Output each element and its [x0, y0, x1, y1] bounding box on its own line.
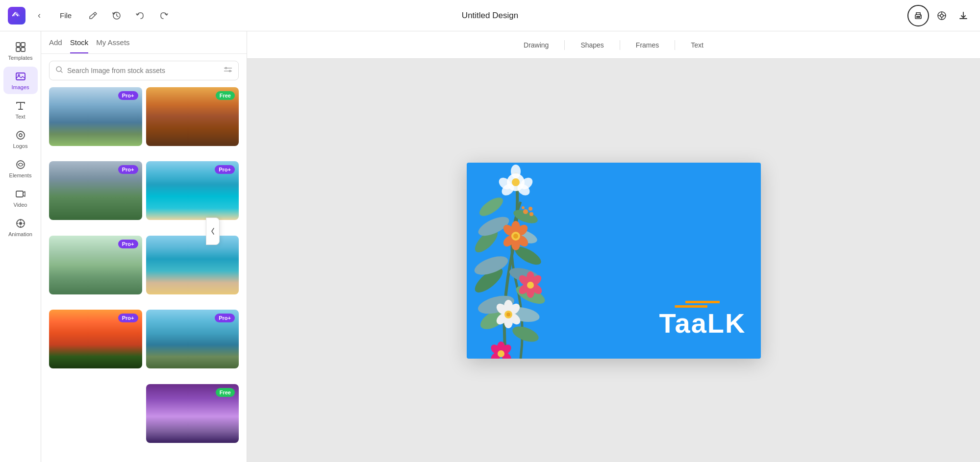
topbar-right-actions: [907, 5, 972, 26]
svg-point-92: [522, 206, 525, 209]
image-card-1[interactable]: Pro+: [49, 87, 142, 146]
sidebar-item-images[interactable]: Images: [3, 67, 38, 94]
eraser-tool-button[interactable]: [84, 7, 102, 24]
topbar: ‹ File Untitled Design: [0, 0, 980, 31]
tool-text[interactable]: Text: [687, 39, 707, 51]
panel-collapse-button[interactable]: [206, 218, 220, 245]
svg-rect-13: [21, 48, 25, 51]
file-menu-button[interactable]: File: [53, 8, 78, 23]
svg-point-49: [512, 178, 520, 186]
tab-add[interactable]: Add: [49, 38, 62, 53]
svg-point-30: [510, 323, 541, 345]
image-card-8[interactable]: Pro+: [146, 310, 239, 368]
svg-point-57: [513, 234, 518, 239]
filter-icon[interactable]: [224, 65, 232, 76]
sidebar-label-animation: Animation: [8, 231, 32, 237]
image-card-7[interactable]: Pro+: [49, 310, 142, 368]
tab-stock[interactable]: Stock: [70, 38, 89, 53]
svg-point-44: [511, 165, 521, 178]
logo: [8, 7, 25, 24]
svg-point-72: [506, 313, 510, 316]
brand-text-area: TaaLK: [659, 301, 746, 339]
divider-2: [620, 40, 620, 50]
svg-point-16: [17, 131, 25, 139]
search-input[interactable]: [67, 67, 220, 74]
canvas-area: Drawing Shapes Frames Text: [247, 31, 980, 462]
history-button[interactable]: [108, 7, 126, 24]
redo-button[interactable]: [155, 7, 173, 24]
svg-rect-11: [21, 43, 25, 47]
floral-illustration: [467, 163, 599, 359]
panel-tabs: Add Stock My Assets: [41, 31, 247, 54]
document-title: Untitled Design: [462, 11, 518, 21]
svg-point-17: [19, 134, 22, 137]
share-button[interactable]: [933, 7, 951, 24]
panel-search-area: [41, 54, 247, 87]
back-button[interactable]: ‹: [31, 8, 47, 24]
svg-point-35: [477, 194, 506, 219]
sidebar-label-text: Text: [15, 114, 25, 120]
tool-drawing[interactable]: Drawing: [520, 39, 553, 51]
badge-pro-4: Pro+: [215, 165, 235, 174]
image-grid: Pro+ Free Pro+ Pro+ Pro+ Pro+ Pro+: [41, 87, 247, 462]
canvas-toolbar: Drawing Shapes Frames Text: [247, 31, 980, 59]
svg-rect-12: [16, 48, 20, 51]
svg-point-91: [529, 212, 533, 216]
sidebar-item-elements[interactable]: Elements: [3, 155, 38, 182]
print-button[interactable]: [907, 5, 929, 26]
canvas-content: TaaLK: [247, 59, 980, 462]
tool-frames[interactable]: Frames: [632, 39, 663, 51]
undo-button[interactable]: [131, 7, 149, 24]
svg-point-5: [940, 14, 943, 17]
svg-point-89: [523, 209, 528, 214]
brand-underline: [685, 301, 720, 303]
image-card-6[interactable]: [146, 236, 239, 294]
main-layout: Templates Images Text Logos: [0, 31, 980, 462]
design-canvas[interactable]: TaaLK: [467, 163, 761, 359]
divider-3: [675, 40, 675, 50]
download-button[interactable]: [955, 7, 972, 24]
search-icon: [55, 66, 63, 75]
sidebar-label-images: Images: [11, 84, 29, 90]
svg-point-64: [527, 282, 534, 289]
tool-shapes[interactable]: Shapes: [577, 39, 607, 51]
image-card-5[interactable]: Pro+: [49, 236, 142, 294]
image-card-9[interactable]: Free: [146, 384, 239, 443]
badge-free-2: Free: [216, 91, 235, 100]
badge-pro-5: Pro+: [118, 240, 138, 248]
sidebar-item-video[interactable]: Video: [3, 184, 38, 212]
brand-name: TaaLK: [659, 307, 746, 339]
badge-free-9: Free: [216, 388, 235, 397]
svg-point-78: [498, 350, 504, 357]
sidebar-item-logos[interactable]: Logos: [3, 125, 38, 153]
search-box: [49, 61, 239, 80]
svg-point-21: [19, 222, 22, 225]
sidebar-label-video: Video: [14, 202, 27, 208]
sidebar-label-elements: Elements: [9, 172, 32, 178]
svg-rect-10: [16, 43, 20, 47]
assets-panel: Add Stock My Assets: [41, 31, 247, 462]
sidebar-label-logos: Logos: [13, 143, 28, 149]
left-sidebar: Templates Images Text Logos: [0, 31, 41, 462]
badge-pro-3: Pro+: [118, 165, 138, 174]
svg-rect-19: [16, 191, 23, 197]
sidebar-item-animation[interactable]: Animation: [3, 214, 38, 241]
image-card-4[interactable]: Pro+: [146, 161, 239, 220]
badge-pro-8: Pro+: [215, 314, 235, 322]
sidebar-label-templates: Templates: [8, 55, 32, 61]
image-card-2[interactable]: Free: [146, 87, 239, 146]
svg-point-3: [920, 15, 921, 16]
badge-pro-1: Pro+: [118, 91, 138, 100]
svg-point-23: [226, 68, 227, 69]
sidebar-item-text[interactable]: Text: [3, 96, 38, 123]
badge-pro-7: Pro+: [118, 314, 138, 322]
sidebar-item-templates[interactable]: Templates: [3, 37, 38, 65]
svg-rect-14: [16, 73, 25, 80]
svg-rect-2: [916, 16, 920, 18]
svg-point-24: [229, 71, 231, 72]
tab-myassets[interactable]: My Assets: [96, 38, 129, 53]
divider-1: [564, 40, 565, 50]
image-card-3[interactable]: Pro+: [49, 161, 142, 220]
svg-point-90: [528, 207, 532, 211]
